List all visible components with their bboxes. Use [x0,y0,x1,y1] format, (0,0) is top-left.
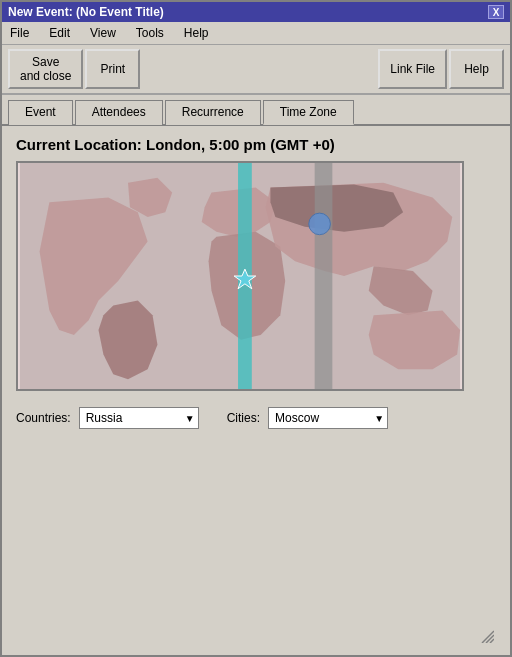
resize-handle[interactable] [480,629,494,643]
help-button[interactable]: Help [449,49,504,89]
menu-help[interactable]: Help [180,24,213,42]
controls-row: Countries: Russia ▼ Cities: Moscow ▼ [16,407,496,429]
svg-point-4 [309,213,331,235]
tab-event[interactable]: Event [8,100,73,125]
tab-attendees[interactable]: Attendees [75,100,163,125]
svg-rect-1 [315,163,333,389]
close-button[interactable]: X [488,5,504,19]
tab-timezone[interactable]: Time Zone [263,100,354,125]
menu-file[interactable]: File [6,24,33,42]
link-file-button[interactable]: Link File [378,49,447,89]
content-area: Current Location: London, 5:00 pm (GMT +… [2,126,510,655]
world-map[interactable] [16,161,464,391]
window-title: New Event: (No Event Title) [8,5,164,19]
countries-dropdown-wrapper: Russia ▼ [79,407,199,429]
menu-view[interactable]: View [86,24,120,42]
tab-bar: Event Attendees Recurrence Time Zone [2,95,510,126]
svg-line-7 [490,639,494,643]
main-window: New Event: (No Event Title) X File Edit … [0,0,512,657]
cities-dropdown-wrapper: Moscow ▼ [268,407,388,429]
title-bar: New Event: (No Event Title) X [2,2,510,22]
tab-recurrence[interactable]: Recurrence [165,100,261,125]
save-close-button[interactable]: Save and close [8,49,83,89]
countries-label: Countries: [16,411,71,425]
toolbar: Save and close Print Link File Help [2,45,510,95]
toolbar-spacer [142,49,376,89]
page-bottom [16,429,496,645]
cities-label: Cities: [227,411,260,425]
svg-line-6 [486,635,494,643]
countries-select[interactable]: Russia [79,407,199,429]
menu-edit[interactable]: Edit [45,24,74,42]
cities-select[interactable]: Moscow [268,407,388,429]
menu-tools[interactable]: Tools [132,24,168,42]
print-button[interactable]: Print [85,49,140,89]
menu-bar: File Edit View Tools Help [2,22,510,45]
location-title: Current Location: London, 5:00 pm (GMT +… [16,136,496,153]
